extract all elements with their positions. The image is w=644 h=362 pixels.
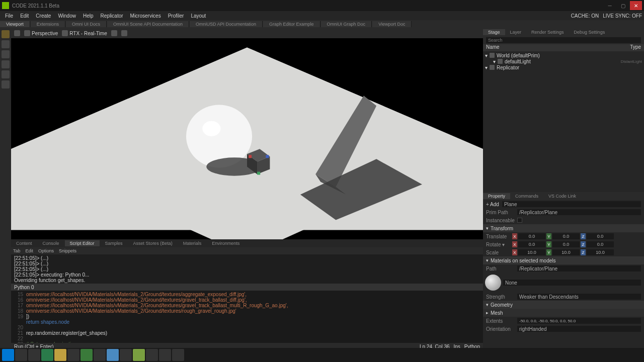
menu-layout[interactable]: Layout [188,12,209,20]
camera-select[interactable]: Perspective [24,30,58,36]
tab-graph-doc[interactable]: OmniUI Graph Doc [321,21,372,27]
app-icon-6[interactable] [133,349,145,361]
settings-icon[interactable] [172,349,184,361]
geometry-section[interactable]: ▾ Geometry [483,301,644,309]
play-tool-icon[interactable] [2,80,10,88]
menu-profiler[interactable]: Profiler [165,12,187,20]
tab-debug-settings[interactable]: Debug Settings [569,29,610,35]
app-icon-5[interactable] [120,349,132,361]
menu-create[interactable]: Create [33,12,54,20]
select-tool-icon[interactable] [2,30,10,38]
tab-materials[interactable]: Materials [178,240,207,246]
render-mode[interactable]: RTX - Real-Time [62,30,107,36]
tab-commands[interactable]: Commands [510,193,543,199]
prim-name[interactable]: Plane [502,201,641,207]
explorer-icon[interactable] [54,349,66,361]
material-preview[interactable] [485,275,501,291]
tab-scene-api[interactable]: OmniUI Scene API Documentation [107,21,189,27]
prim-path: /Replicator/Plane [517,209,641,215]
tab-asset-stores[interactable]: Asset Stores (Beta) [128,240,178,246]
stage-tree[interactable]: ▾World (defaultPrim)▾defaultLightDistant… [483,51,644,192]
tab-stage[interactable]: Stage [483,29,505,35]
app-icon-2[interactable] [80,349,93,361]
scale-tool-icon[interactable] [2,60,10,68]
console-snippets[interactable]: Snippets [59,248,76,253]
tab-omniui[interactable]: Omni UI Docs [66,21,107,27]
close-button[interactable]: ✕ [630,1,642,10]
eye-icon[interactable] [111,30,117,36]
cortana-icon[interactable] [28,349,40,361]
viewport-3d[interactable] [11,38,483,239]
console-options[interactable]: Options [38,248,54,253]
gear-icon[interactable] [14,30,20,36]
minimize-button[interactable]: ─ [604,1,616,10]
menu-help[interactable]: Help [80,12,97,20]
tree-row[interactable]: ▾Replicator [485,64,642,70]
transform-section[interactable]: ▾ Transform [483,224,644,232]
tab-environments[interactable]: Environments [207,240,245,246]
add-button[interactable]: + Add [486,202,499,207]
tab-usd-api[interactable]: OmniUSD API Documentation [190,21,263,27]
console-tab[interactable]: Tab [13,248,21,253]
app-icon-4[interactable] [107,349,119,361]
tree-row[interactable]: ▾World (defaultPrim) [485,52,642,58]
menu-edit[interactable]: Edit [17,12,32,20]
menu-file[interactable]: File [2,12,16,20]
tab-property[interactable]: Property [483,193,510,199]
app-icon [2,2,9,9]
mat-path: /Replicator/Plane [517,265,641,272]
search-icon[interactable] [15,349,27,361]
script-tab[interactable]: Python 0 [11,284,483,291]
tab-layer[interactable]: Layer [505,29,527,35]
menu-window[interactable]: Window [55,12,79,20]
menu-replicator[interactable]: Replicator [98,12,126,20]
toolstrip [0,28,11,350]
doc-tabs: Viewport Extensions Omni UI Docs OmniUI … [0,20,644,28]
snap-tool-icon[interactable] [2,70,10,78]
script-editor[interactable]: 15 omniverse://localhost/NVIDIA/Material… [11,291,483,343]
edge-icon[interactable] [41,349,53,361]
instanceable-label: Instanceable [486,218,514,223]
display-icon[interactable] [121,30,127,36]
tab-vp-doc[interactable]: Viewport Doc [372,21,412,27]
lightbulb-icon [62,30,68,36]
app-icon-1[interactable] [67,349,79,361]
col-type: Type [630,44,641,51]
tab-extensions[interactable]: Extensions [31,21,65,27]
orientation-select[interactable]: rightHanded [517,326,641,332]
cache-status[interactable]: CACHE: ON [571,13,599,19]
tab-viewport[interactable]: Viewport [0,21,30,27]
move-tool-icon[interactable] [2,40,10,48]
stage-search[interactable] [486,37,641,43]
tab-vscode[interactable]: VS Code Link [543,193,581,199]
material-name[interactable]: None [503,280,641,286]
svg-point-3 [202,121,220,136]
app-icon-3[interactable] [94,349,106,361]
tab-samples[interactable]: Samples [100,240,128,246]
tab-content[interactable]: Content [11,240,37,246]
strength-select[interactable]: Weaker than Descendants [517,294,641,300]
app-icon-8[interactable] [159,349,171,361]
app-icon-7[interactable] [146,349,158,361]
instanceable-checkbox[interactable] [517,218,522,223]
maximize-button[interactable]: ▢ [617,1,629,10]
tab-script-editor[interactable]: Script Editor [65,240,100,246]
tab-render-settings[interactable]: Render Settings [526,29,569,35]
livesync-status[interactable]: LIVE SYNC: OFF [603,13,642,19]
tab-graph-ex[interactable]: Graph Editor Example [263,21,320,27]
svg-rect-8 [249,155,252,158]
console-edit[interactable]: Edit [26,248,34,253]
rotate-tool-icon[interactable] [2,50,10,58]
tab-console[interactable]: Console [38,240,64,246]
materials-section[interactable]: ▾ Materials on selected models [483,256,644,264]
extent-value: -50.0, 0.0, -50.0, 50.0, 0.0, 50.0 [517,318,641,324]
svg-rect-9 [266,155,269,158]
orientation-label: Orientation [486,326,514,332]
menubar: File Edit Create Window Help Replicator … [0,11,644,20]
start-button[interactable] [2,349,14,361]
tree-row[interactable]: ▾defaultLightDistantLight [485,58,642,64]
mesh-section[interactable]: ▸ Mesh [483,309,644,317]
app-title: CODE 2021.1.1 Beta [12,3,59,9]
menu-microservices[interactable]: Microservices [127,12,164,20]
camera-icon [24,30,30,36]
